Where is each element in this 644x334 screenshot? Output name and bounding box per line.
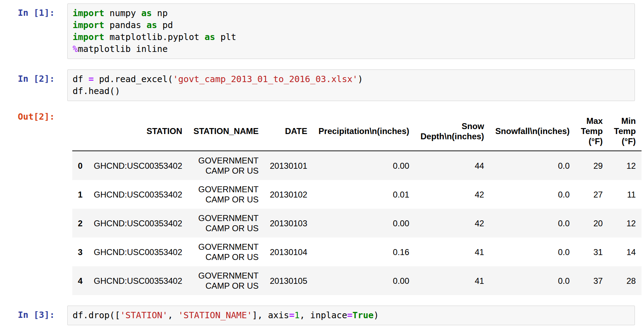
table-cell: 0.0 — [490, 209, 575, 238]
table-cell: 0.01 — [313, 180, 415, 209]
code: import numpy as npimport pandas as pdimp… — [73, 7, 630, 55]
table-row: 3GHCND:USC00353402GOVERNMENT CAMP OR US2… — [72, 238, 642, 266]
code-token: df — [73, 74, 88, 84]
code-line: import matplotlib.pyplot as plt — [73, 31, 630, 43]
column-header: Min Temp (°F) — [608, 112, 641, 151]
code-token: ) — [374, 310, 379, 320]
dataframe-table: STATIONSTATION_NAMEDATEPrecipitation\n(i… — [72, 112, 642, 295]
table-row: 0GHCND:USC00353402GOVERNMENT CAMP OR US2… — [72, 151, 642, 180]
code-token: pandas — [104, 20, 146, 30]
table-cell: GHCND:USC00353402 — [88, 209, 188, 238]
code-editor[interactable]: df = pd.read_excel('govt_camp_2013_01_to… — [67, 69, 635, 101]
table-cell: 11 — [608, 180, 641, 209]
code-token: 'STATION' — [120, 310, 167, 320]
code-token: = — [347, 310, 353, 320]
code-token: , — [168, 310, 178, 320]
notebook: In [1]: import numpy as npimport pandas … — [0, 0, 644, 325]
input-prompt: In [1]: — [0, 4, 67, 19]
column-header: DATE — [264, 112, 313, 151]
column-header: Snow Depth\n(inches) — [415, 112, 490, 151]
table-cell: 0.0 — [490, 180, 575, 209]
table-cell: GOVERNMENT CAMP OR US — [188, 151, 264, 180]
cell-body: df = pd.read_excel('govt_camp_2013_01_to… — [67, 69, 635, 101]
table-cell: 44 — [415, 151, 490, 180]
cell-body: df.drop(['STATION', 'STATION_NAME'], axi… — [67, 306, 635, 325]
code-line: import pandas as pd — [73, 19, 630, 31]
cell-body: STATIONSTATION_NAMEDATEPrecipitation\n(i… — [67, 107, 635, 295]
column-header: Precipitation\n(inches) — [313, 112, 415, 151]
code-token: pd.read_excel( — [94, 74, 173, 84]
row-index: 2 — [72, 209, 88, 238]
table-row: 2GHCND:USC00353402GOVERNMENT CAMP OR US2… — [72, 209, 642, 238]
code-line: df.drop(['STATION', 'STATION_NAME'], axi… — [73, 309, 630, 321]
code-token: pd — [157, 20, 173, 30]
code-editor[interactable]: import numpy as npimport pandas as pdimp… — [67, 4, 635, 59]
table-cell: 31 — [575, 238, 608, 266]
table-cell: 20130101 — [264, 151, 313, 180]
table-cell: GHCND:USC00353402 — [88, 180, 188, 209]
code-token: as — [141, 8, 152, 18]
code-token: import — [73, 32, 104, 42]
table-cell: GOVERNMENT CAMP OR US — [188, 266, 264, 295]
table-cell: GHCND:USC00353402 — [88, 238, 188, 266]
code-token: 'govt_camp_2013_01_to_2016_03.xlsx' — [173, 74, 358, 84]
code-token: plt — [215, 32, 236, 42]
table-cell: 41 — [415, 238, 490, 266]
output-cell-2: Out[2]: STATIONSTATION_NAMEDATEPrecipita… — [0, 107, 635, 295]
cell-body: import numpy as npimport pandas as pdimp… — [67, 4, 635, 59]
table-cell: 42 — [415, 180, 490, 209]
table-cell: 20 — [575, 209, 608, 238]
column-header — [72, 112, 88, 151]
table-cell: 12 — [608, 209, 641, 238]
code-token: , inplace — [300, 310, 347, 320]
table-cell: 0.0 — [490, 238, 575, 266]
table-cell: GOVERNMENT CAMP OR US — [188, 209, 264, 238]
code-line: %matplotlib inline — [73, 43, 630, 55]
input-prompt: In [2]: — [0, 69, 67, 85]
code-token: % — [73, 44, 78, 54]
code-token: np — [152, 8, 168, 18]
table-cell: 41 — [415, 266, 490, 295]
table-cell: 0.00 — [313, 209, 415, 238]
table-cell: 29 — [575, 151, 608, 180]
code-editor[interactable]: df.drop(['STATION', 'STATION_NAME'], axi… — [67, 306, 635, 325]
column-header: STATION_NAME — [188, 112, 264, 151]
row-index: 4 — [72, 266, 88, 295]
column-header: Max Temp (°F) — [575, 112, 608, 151]
table-cell: GOVERNMENT CAMP OR US — [188, 238, 264, 266]
table-cell: 28 — [608, 266, 641, 295]
code-token: import — [73, 20, 104, 30]
code-token: df.drop([ — [73, 310, 120, 320]
table-cell: 0.16 — [313, 238, 415, 266]
table-cell: 37 — [575, 266, 608, 295]
code-token: as — [147, 20, 157, 30]
output-prompt: Out[2]: — [0, 107, 67, 123]
column-header: Snowfall\n(inches) — [490, 112, 575, 151]
code-token: import — [73, 8, 104, 18]
code-token: 1 — [294, 310, 300, 320]
code-line: df = pd.read_excel('govt_camp_2013_01_to… — [73, 73, 630, 85]
code-line: import numpy as np — [73, 7, 630, 19]
table-cell: 14 — [608, 238, 641, 266]
table-cell: 0.0 — [490, 151, 575, 180]
code-cell-3: In [3]: df.drop(['STATION', 'STATION_NAM… — [0, 306, 635, 325]
code-token: True — [353, 310, 374, 320]
dataframe-output: STATIONSTATION_NAMEDATEPrecipitation\n(i… — [67, 107, 635, 295]
table-cell: 0.00 — [313, 151, 415, 180]
code-token: ], axis — [252, 310, 289, 320]
code-token: df.head() — [73, 86, 120, 96]
input-prompt: In [3]: — [0, 306, 67, 321]
code-token: = — [88, 74, 94, 84]
code-token: matplotlib inline — [78, 44, 168, 54]
code-token: as — [204, 32, 215, 42]
table-cell: 20130104 — [264, 238, 313, 266]
row-index: 3 — [72, 238, 88, 266]
table-cell: 20130105 — [264, 266, 313, 295]
code-cell-1: In [1]: import numpy as npimport pandas … — [0, 4, 635, 59]
table-cell: 42 — [415, 209, 490, 238]
table-cell: GHCND:USC00353402 — [88, 266, 188, 295]
table-cell: 12 — [608, 151, 641, 180]
table-row: 1GHCND:USC00353402GOVERNMENT CAMP OR US2… — [72, 180, 642, 209]
code-token: = — [289, 310, 294, 320]
table-cell: GHCND:USC00353402 — [88, 151, 188, 180]
